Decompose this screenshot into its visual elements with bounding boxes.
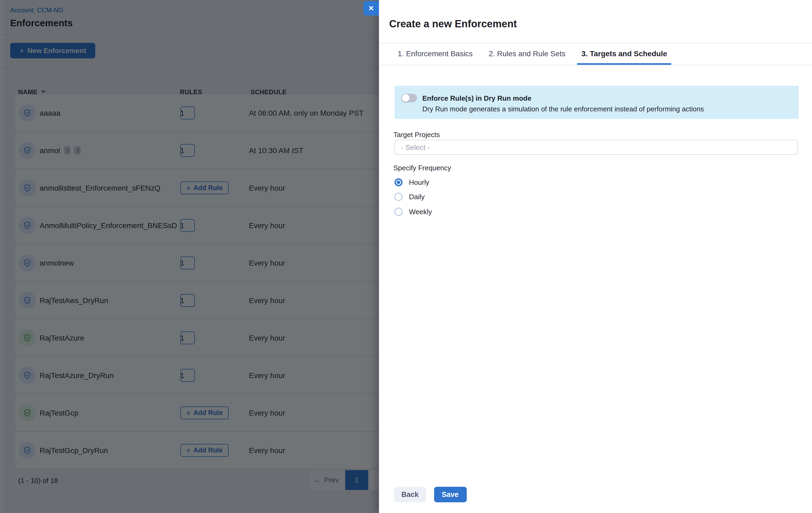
wizard-tabs: 1. Enforcement Basics2. Rules and Rule S… [394,44,671,65]
radio-label: Weekly [409,207,432,216]
dry-run-description: Dry Run mode generates a simulation of t… [422,105,704,113]
target-projects-label: Target Projects [394,131,440,139]
toggle-knob [402,94,409,102]
frequency-option[interactable]: Hourly [395,178,429,187]
select-placeholder: - Select - [401,143,430,151]
drawer-footer: Back Save [394,487,466,502]
close-button[interactable]: ✕ [364,1,379,16]
radio-icon [395,178,403,186]
frequency-option[interactable]: Weekly [395,207,432,216]
tabs-divider [379,65,812,65]
radio-label: Hourly [409,178,429,186]
radio-icon [395,207,403,216]
modal-dim-overlay [0,0,379,513]
back-button[interactable]: Back [394,487,426,502]
radio-label: Daily [409,193,425,201]
wizard-tab[interactable]: 3. Targets and Schedule [577,44,671,65]
frequency-option[interactable]: Daily [395,193,425,201]
drawer-title: Create a new Enforcement [389,18,517,30]
dry-run-toggle[interactable] [402,94,417,102]
save-button[interactable]: Save [434,487,466,502]
specify-frequency-label: Specify Frequency [394,164,451,172]
close-icon: ✕ [368,4,374,12]
create-enforcement-drawer: ✕ Create a new Enforcement 1. Enforcemen… [379,0,812,513]
dry-run-banner: Enforce Rule(s) in Dry Run mode Dry Run … [395,86,799,119]
dry-run-label: Enforce Rule(s) in Dry Run mode [422,94,531,102]
screen: Account: CCM-NG Enforcements + New Enfor… [0,0,812,513]
wizard-tab[interactable]: 2. Rules and Rule Sets [485,44,570,65]
target-projects-select[interactable]: - Select - [395,140,798,155]
radio-icon [395,193,403,201]
wizard-tab[interactable]: 1. Enforcement Basics [394,44,477,65]
